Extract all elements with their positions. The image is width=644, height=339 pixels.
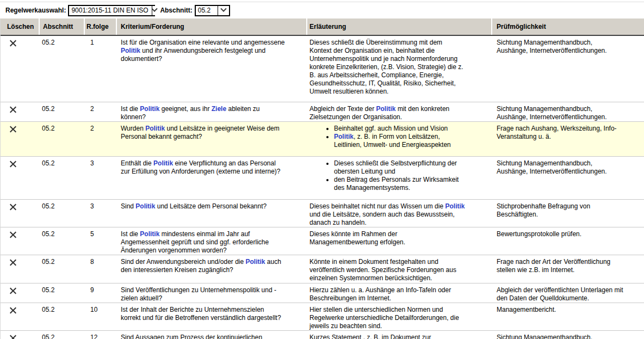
table-row: 05.29Sind Veröffentlichungen zu Unterneh… xyxy=(1,283,644,303)
delete-cell xyxy=(1,200,40,227)
chevron-down-icon[interactable] xyxy=(218,6,229,15)
erlaeuterung-cell: Kurzes Statement , z. B. im Dokument zur… xyxy=(307,331,492,339)
kriterium-cell: Ist für die Organisation eine relevante … xyxy=(117,36,307,102)
delete-icon[interactable] xyxy=(9,40,16,47)
toolbar: Regelwerkauswahl: 9001:2015-11 DIN EN IS… xyxy=(0,2,644,19)
text-segment: Sind Aussagen zum Prozess der kontinuier… xyxy=(121,334,262,339)
keyword-link[interactable]: Ziele xyxy=(212,105,226,113)
pruefmoeglichkeit-cell: Sichtung Managementhandbuch, Aushänge, I… xyxy=(492,331,644,339)
text-segment: Könnte in einem Dokument festgehalten un… xyxy=(309,258,456,282)
delete-icon[interactable] xyxy=(9,161,16,168)
kriterium-cell: Sind Politik und Leitsätze dem Personal … xyxy=(117,200,307,227)
kriterium-cell: Enthält die Politik eine Verpflichtung a… xyxy=(117,157,307,199)
erlaeuterung-bullet-list: Beinhaltet ggf. auch Mission und VisionP… xyxy=(309,125,465,149)
column-header-abschnitt: Abschnitt xyxy=(40,19,85,35)
regelwerk-label: Regelwerkauswahl: xyxy=(5,7,66,14)
keyword-link[interactable]: Politik xyxy=(246,258,265,266)
bullet-item: Dieses schließt die Selbstverpflichtung … xyxy=(334,159,465,176)
column-header-rfolge: R.folge xyxy=(85,19,117,35)
regelwerk-select-value: 9001:2015-11 DIN EN ISO xyxy=(69,6,151,15)
abschnitt-cell: 05.2 xyxy=(40,157,85,199)
column-header-loeschen: Löschen xyxy=(1,19,40,35)
text-segment: und die Leitsätze, sondern auch das Bewu… xyxy=(309,211,455,226)
table-row: 05.25Ist die Politik mindestens einmal i… xyxy=(1,227,644,255)
abschnitt-cell: 05.2 xyxy=(40,200,85,227)
table-row: 05.22Wurden Politik und Leitsätze in gee… xyxy=(1,122,644,157)
delete-icon[interactable] xyxy=(9,204,16,211)
keyword-link[interactable]: Politik xyxy=(445,202,465,210)
delete-icon[interactable] xyxy=(9,335,16,339)
text-segment: Hier stellen die unterschiedlichen Norme… xyxy=(309,306,459,330)
bullet-item: Beinhaltet ggf. auch Mission und Vision xyxy=(334,125,465,133)
text-segment: den Beitrag des Personals zur Wirksamkei… xyxy=(334,176,459,192)
abschnitt-select-value: 05.2 xyxy=(196,6,218,15)
text-segment: Abgleich der Texte der xyxy=(309,105,376,113)
rfolge-cell: 10 xyxy=(85,303,117,330)
table-row: 05.212Sind Aussagen zum Prozess der kont… xyxy=(1,331,644,339)
rfolge-cell: 9 xyxy=(85,283,117,303)
text-segment: Ist die xyxy=(121,105,140,113)
delete-icon[interactable] xyxy=(9,106,16,113)
delete-icon[interactable] xyxy=(9,259,16,266)
text-segment: Dieses beinhaltet nicht nur das Wissen u… xyxy=(309,202,445,210)
erlaeuterung-cell: Dieses könnte im Rahmen der Managementbe… xyxy=(307,227,492,255)
delete-cell xyxy=(1,122,40,156)
keyword-link[interactable]: Politik xyxy=(140,105,159,113)
erlaeuterung-cell: Abgleich der Texte der Politik mit den k… xyxy=(307,102,492,121)
text-segment: Ist für die Organisation eine relevante … xyxy=(121,39,285,46)
delete-icon[interactable] xyxy=(9,287,16,294)
pruefmoeglichkeit-cell: Managementbericht. xyxy=(492,303,644,330)
column-header-pruefmoeglichkeit: Prüfmöglichkeit xyxy=(492,19,644,35)
erlaeuterung-cell: Könnte in einem Dokument festgehalten un… xyxy=(307,255,492,283)
abschnitt-cell: 05.2 xyxy=(40,283,85,303)
keyword-link[interactable]: Politik xyxy=(135,202,155,210)
text-segment: geeignet, aus ihr xyxy=(159,105,211,113)
delete-cell xyxy=(1,157,40,199)
bullet-item: den Beitrag des Personals zur Wirksamkei… xyxy=(334,176,465,192)
chevron-down-icon[interactable] xyxy=(152,6,157,15)
abschnitt-select[interactable]: 05.2 xyxy=(195,5,230,16)
abschnitt-cell: 05.2 xyxy=(40,102,85,121)
pruefmoeglichkeit-cell: Stichprobenhafte Befragung von Beschäfti… xyxy=(492,200,644,227)
abschnitt-label: Abschnitt: xyxy=(160,7,192,14)
pruefmoeglichkeit-cell: Sichtung Managementhandbuch, Aushänge, I… xyxy=(492,36,644,102)
keyword-link[interactable]: Politik xyxy=(121,47,140,54)
erlaeuterung-cell: Dieses schließt die Selbstverpflichtung … xyxy=(307,157,492,199)
abschnitt-cell: 05.2 xyxy=(40,36,85,102)
text-segment: Wurden xyxy=(121,125,145,132)
text-segment: Kurzes Statement , z. B. im Dokument zur… xyxy=(309,334,431,339)
table-row: 05.210Ist der Inhalt der Berichte zu Unt… xyxy=(1,303,644,331)
text-segment: Dieses schließt die Selbstverpflichtung … xyxy=(334,159,457,175)
table-row: 05.21Ist für die Organisation eine relev… xyxy=(1,36,644,102)
text-segment: Enthält die xyxy=(121,159,153,167)
keyword-link[interactable]: Politik xyxy=(376,105,396,113)
delete-cell xyxy=(1,283,40,303)
rfolge-cell: 3 xyxy=(85,200,117,227)
keyword-link[interactable]: Politik xyxy=(145,125,165,132)
delete-icon[interactable] xyxy=(9,126,16,133)
delete-cell xyxy=(1,331,40,339)
criteria-table: Löschen Abschnitt R.folge Kriterium/Ford… xyxy=(0,19,644,339)
table-row: 05.28Sind der Anwendungsbereich und/oder… xyxy=(1,255,644,283)
delete-icon[interactable] xyxy=(9,307,16,314)
pruefmoeglichkeit-cell: Bewertungsprotokolle prüfen. xyxy=(492,227,644,255)
kriterium-cell: Ist der Inhalt der Berichte zu Unternehm… xyxy=(117,303,307,330)
text-segment: Sind xyxy=(121,202,135,210)
text-segment: Sind der Anwendungsbereich und/oder die xyxy=(121,258,246,266)
column-header-erlaeuterung: Erläuterung xyxy=(307,19,492,35)
bullet-item: Politik, z. B. in Form von Leitsätzen, L… xyxy=(334,133,465,149)
keyword-link[interactable]: Politik xyxy=(334,133,354,140)
delete-icon[interactable] xyxy=(9,231,16,238)
erlaeuterung-bullet-list: Dieses schließt die Selbstverpflichtung … xyxy=(309,159,465,192)
text-segment: Dieses schließt die Übereinstimmung mit … xyxy=(309,39,463,95)
delete-cell xyxy=(1,227,40,255)
column-header-kriterium: Kriterium/Forderung xyxy=(117,19,307,35)
regelwerk-select[interactable]: 9001:2015-11 DIN EN ISO xyxy=(68,5,155,16)
text-segment: Beinhaltet ggf. auch Mission und Vision xyxy=(334,125,448,132)
pruefmoeglichkeit-cell: Frage nach der Art der Veröffentlichung … xyxy=(492,255,644,283)
table-row: 05.23Sind Politik und Leitsätze dem Pers… xyxy=(1,200,644,227)
kriterium-cell: Ist die Politik geeignet, aus ihr Ziele … xyxy=(117,102,307,121)
table-row: 05.22Ist die Politik geeignet, aus ihr Z… xyxy=(1,102,644,122)
keyword-link[interactable]: Politik xyxy=(140,230,159,238)
keyword-link[interactable]: Politik xyxy=(153,159,173,167)
